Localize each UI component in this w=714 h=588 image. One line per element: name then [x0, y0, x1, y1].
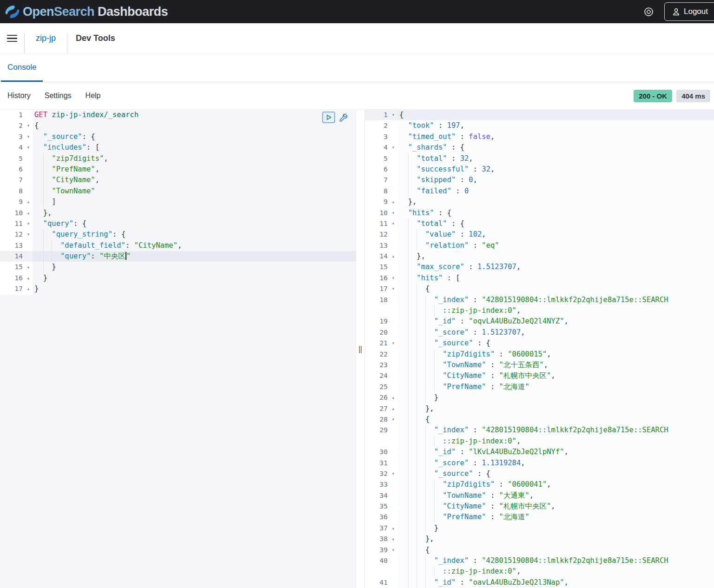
fold-toggle-icon[interactable]: ▾ — [389, 338, 397, 349]
fold-toggle-icon[interactable]: ▾ — [24, 218, 33, 229]
fold-toggle-icon[interactable]: ▾ — [24, 120, 33, 131]
hamburger-menu-button[interactable] — [0, 23, 24, 53]
code-line[interactable]: ::zip-jp-index:0", — [365, 436, 714, 447]
breadcrumb-zip-jp[interactable]: zip-jp — [25, 33, 67, 43]
code-line[interactable]: 5"total" : 32, — [365, 153, 714, 164]
tab-console[interactable]: Console — [1, 54, 43, 82]
fold-toggle-icon[interactable]: ▴ — [389, 534, 397, 544]
code-line[interactable]: 14"query": "中央区" — [0, 251, 356, 262]
code-line[interactable]: 32▾"_source" : { — [365, 469, 714, 479]
panel-resize-handle[interactable]: ‖ — [356, 110, 365, 588]
code-line[interactable]: 23"TownName" : "北十五条西", — [365, 360, 714, 370]
fold-toggle-icon[interactable]: ▴ — [389, 523, 397, 534]
code-line[interactable]: 39▾{ — [365, 545, 714, 555]
code-line[interactable]: 13"default_field": "CityName", — [0, 240, 356, 251]
code-line[interactable]: 6"successful" : 32, — [365, 164, 714, 175]
code-line[interactable]: 2▾{ — [0, 120, 356, 131]
code-line[interactable]: 17▴} — [0, 284, 356, 294]
code-line[interactable]: 15"max_score" : 1.5123707, — [365, 262, 714, 272]
code-line[interactable]: 16▾"hits" : [ — [365, 273, 714, 284]
code-line[interactable]: 11▾"query": { — [0, 218, 356, 229]
code-line[interactable]: 1▾{ — [365, 110, 714, 120]
fold-toggle-icon[interactable]: ▴ — [24, 262, 33, 272]
fold-toggle-icon[interactable]: ▴ — [389, 197, 397, 207]
fold-toggle-icon[interactable]: ▾ — [389, 284, 397, 294]
logout-button[interactable]: Logout — [664, 2, 714, 21]
code-line[interactable]: 7"skipped" : 0, — [365, 175, 714, 185]
code-line[interactable]: 3"timed_out" : false, — [365, 132, 714, 142]
fold-toggle-icon[interactable]: ▾ — [389, 142, 397, 153]
code-line[interactable]: 14▴}, — [365, 251, 714, 262]
fold-toggle-icon[interactable]: ▾ — [24, 142, 33, 153]
code-line[interactable]: 24"CityName" : "札幌市中央区", — [365, 370, 714, 381]
code-line[interactable]: 10▴}, — [0, 208, 356, 218]
fold-toggle-icon[interactable]: ▾ — [24, 132, 33, 142]
code-line[interactable]: 6"PrefName", — [0, 164, 356, 175]
code-line[interactable]: 34"TownName" : "大通東", — [365, 490, 714, 501]
code-line[interactable]: 7"CityName", — [0, 175, 356, 185]
code-line[interactable]: 18"_index" : "428015190804::lmlkkf2p2qhi… — [365, 295, 714, 305]
request-options-button[interactable] — [338, 113, 347, 122]
menu-item-help[interactable]: Help — [86, 92, 101, 100]
fold-toggle-icon[interactable]: ▾ — [389, 218, 397, 229]
fold-toggle-icon[interactable]: ▴ — [389, 251, 397, 262]
fold-toggle-icon[interactable]: ▾ — [389, 110, 397, 120]
code-line[interactable]: 3▾"_source": { — [0, 132, 356, 142]
fold-toggle-icon[interactable]: ▾ — [389, 414, 397, 425]
code-line[interactable]: 10▾"hits" : { — [365, 208, 714, 218]
code-line[interactable]: 12"value" : 102, — [365, 229, 714, 240]
code-line[interactable]: 41"_id" : "oavLA4UBuZbJeQ2l3Nap", — [365, 577, 714, 588]
code-line[interactable]: 16▴} — [0, 273, 356, 284]
response-viewer[interactable]: 1▾{2"took" : 197,3"timed_out" : false,4▾… — [365, 110, 714, 588]
code-line[interactable]: 35"CityName" : "札幌市中央区", — [365, 501, 714, 512]
code-line[interactable]: 29"_index" : "428015190804::lmlkkf2p2qhi… — [365, 425, 714, 436]
fold-toggle-icon[interactable]: ▴ — [24, 284, 33, 294]
request-editor[interactable]: 1GET zip-jp-index/_search2▾{3▾"_source":… — [0, 110, 356, 588]
code-line[interactable]: 38▴}, — [365, 534, 714, 544]
fold-toggle-icon[interactable]: ▾ — [389, 545, 397, 555]
code-line[interactable]: 9▴] — [0, 197, 356, 207]
code-line[interactable]: 33"zip7digits" : "0600041", — [365, 479, 714, 490]
code-line[interactable]: 20"_score" : 1.5123707, — [365, 327, 714, 338]
fold-toggle-icon[interactable]: ▾ — [389, 208, 397, 218]
code-line[interactable]: 21▾"_source" : { — [365, 338, 714, 349]
code-line[interactable]: ::zip-jp-index:0", — [365, 305, 714, 316]
code-line[interactable]: 26▴} — [365, 392, 714, 403]
code-line[interactable]: 19"_id" : "oqvLA4UBuZbJeQ2l4NYZ", — [365, 316, 714, 327]
fold-toggle-icon[interactable]: ▴ — [24, 273, 33, 284]
menu-item-settings[interactable]: Settings — [45, 92, 72, 100]
code-line[interactable]: 1GET zip-jp-index/_search — [0, 110, 356, 120]
code-line[interactable]: 28▾{ — [365, 414, 714, 425]
code-line[interactable]: 11▾"total" : { — [365, 218, 714, 229]
code-line[interactable]: 13"relation" : "eq" — [365, 240, 714, 251]
code-line[interactable]: 27▴}, — [365, 403, 714, 414]
opensearch-logo[interactable]: OpenSearchDashboards — [5, 4, 168, 20]
code-line[interactable]: ::zip-jp-index:0", — [365, 566, 714, 577]
code-line[interactable]: 22"zip7digits" : "0600015", — [365, 349, 714, 360]
code-line[interactable]: 15▴} — [0, 262, 356, 272]
fold-toggle-icon[interactable]: ▾ — [389, 273, 397, 284]
code-line[interactable]: 4▾"includes": [ — [0, 142, 356, 153]
code-line[interactable]: 4▾"_shards" : { — [365, 142, 714, 153]
fold-toggle-icon[interactable]: ▾ — [389, 469, 397, 479]
code-line[interactable]: 12▾"query_string": { — [0, 229, 356, 240]
fold-toggle-icon[interactable]: ▴ — [389, 403, 397, 414]
code-line[interactable]: 40"_index" : "428015190804::lmlkkf2p2qhi… — [365, 555, 714, 566]
code-line[interactable]: 5"zip7digits", — [0, 153, 356, 164]
code-line[interactable]: 17▾{ — [365, 284, 714, 294]
code-line[interactable]: 25"PrefName" : "北海道" — [365, 382, 714, 392]
code-line[interactable]: 8"TownName" — [0, 186, 356, 197]
code-line[interactable]: 2"took" : 197, — [365, 120, 714, 131]
code-line[interactable]: 30"_id" : "lKvLA4UBuZbJeQ2lpNYf", — [365, 447, 714, 457]
fold-toggle-icon[interactable]: ▴ — [24, 208, 33, 218]
menu-item-history[interactable]: History — [7, 92, 31, 100]
code-line[interactable]: 37▴} — [365, 523, 714, 534]
code-line[interactable]: 36"PrefName" : "北海道" — [365, 512, 714, 522]
send-request-button[interactable] — [322, 112, 335, 123]
code-line[interactable]: 31"_score" : 1.1319284, — [365, 458, 714, 469]
code-line[interactable]: 9▴}, — [365, 197, 714, 207]
fold-toggle-icon[interactable]: ▴ — [389, 392, 397, 403]
fold-toggle-icon[interactable]: ▾ — [24, 229, 33, 240]
code-line[interactable]: 8"failed" : 0 — [365, 186, 714, 197]
help-menu-button[interactable] — [639, 2, 658, 21]
